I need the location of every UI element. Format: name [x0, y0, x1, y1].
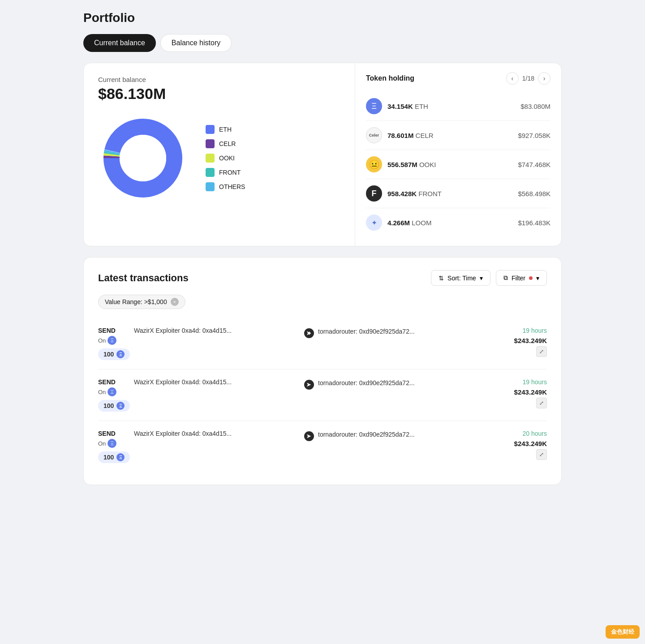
token-panel: Token holding ‹ 1/18 › Ξ 34.154K ETH $83… — [355, 63, 561, 246]
token-row-celr: Celer 78.601M CELR $927.058K — [366, 121, 550, 150]
tx-from-to: WazirX Exploiter 0xa4d: 0xa4d15... — [134, 430, 300, 437]
tab-current-balance[interactable]: Current balance — [83, 34, 156, 52]
tx-from-address: WazirX Exploiter 0xa4d: 0xa4d15... — [134, 378, 232, 386]
tx-controls: ⇅ Sort: Time ▾ ⧉ Filter ▾ — [431, 270, 547, 286]
token-value-ooki: $747.468K — [518, 161, 550, 168]
transactions-panel: Latest transactions ⇅ Sort: Time ▾ ⧉ Fil… — [83, 257, 562, 485]
tx-time: 19 hours — [484, 327, 547, 334]
token-value-loom: $196.483K — [518, 219, 550, 227]
tx-list: SEND On Ξ 100 Ξ WazirX Exploiter 0xa4d: … — [98, 318, 547, 472]
prev-page-button[interactable]: ‹ — [506, 72, 519, 85]
balance-value: $86.130M — [98, 85, 340, 103]
next-page-button[interactable]: › — [538, 72, 550, 85]
token-amount-celr: 78.601M CELR — [387, 132, 518, 139]
chart-legend: ETH CELR OOKI FRONT OTHERS — [206, 125, 245, 191]
sort-icon: ⇅ — [439, 275, 444, 282]
transactions-title: Latest transactions — [98, 272, 189, 284]
legend-dot-others — [206, 182, 215, 191]
tx-amount-badge: 100 Ξ — [98, 451, 130, 463]
page-info: 1/18 — [522, 75, 534, 82]
legend-dot-eth — [206, 125, 215, 134]
token-icon-eth: Ξ — [366, 98, 382, 114]
token-row-ooki: 😐 556.587M OOKI $747.468K — [366, 150, 550, 179]
token-icon-celr: Celer — [366, 127, 382, 143]
eth-amount-icon: Ξ — [116, 402, 125, 410]
filter-active-dot — [529, 276, 533, 280]
svg-text:➤: ➤ — [306, 330, 311, 336]
tx-on: On Ξ — [98, 439, 134, 448]
external-link-button[interactable]: ⤢ — [536, 398, 547, 408]
balance-panel: Current balance $86.130M — [84, 63, 355, 246]
svg-text:➤: ➤ — [306, 433, 311, 439]
chart-area: ETH CELR OOKI FRONT OTHERS — [98, 113, 340, 203]
filter-button[interactable]: ⧉ Filter ▾ — [496, 270, 547, 286]
tx-type-label: SEND — [98, 327, 134, 334]
token-row-front: F 958.428K FRONT $568.498K — [366, 179, 550, 208]
balance-label: Current balance — [98, 76, 340, 83]
filter-label: Filter — [512, 275, 525, 282]
external-link-button[interactable]: ⤢ — [536, 449, 547, 460]
svg-point-5 — [120, 135, 166, 181]
tx-type-col: SEND On Ξ 100 Ξ — [98, 430, 134, 463]
tx-to-address: tornadorouter: 0xd90e2f925da72... — [318, 430, 484, 438]
tx-from-to: WazirX Exploiter 0xa4d: 0xa4d15... — [134, 327, 300, 334]
token-amount-front: 958.428K FRONT — [387, 190, 518, 197]
filter-chip[interactable]: Value Range: >$1,000 × — [98, 295, 185, 309]
sort-label: Sort: Time — [447, 275, 476, 282]
filter-chip-label: Value Range: >$1,000 — [105, 298, 167, 305]
tx-on-label: On — [98, 440, 106, 447]
tx-type-label: SEND — [98, 378, 134, 386]
tx-to-address: tornadorouter: 0xd90e2f925da72... — [318, 327, 484, 335]
tx-amount-badge: 100 Ξ — [98, 348, 130, 360]
svg-text:➤: ➤ — [306, 382, 311, 388]
tx-row: SEND On Ξ 100 Ξ WazirX Exploiter 0xa4d: … — [98, 318, 547, 369]
eth-chain-icon: Ξ — [108, 439, 116, 448]
sort-chevron-icon: ▾ — [480, 275, 483, 282]
legend-dot-ooki — [206, 154, 215, 163]
legend-others: OTHERS — [206, 182, 245, 191]
arrow-right-icon: ➤ — [304, 379, 314, 390]
page-title: Portfolio — [83, 11, 562, 25]
token-panel-title: Token holding — [366, 74, 414, 82]
tx-on: On Ξ — [98, 336, 134, 345]
tx-type-col: SEND On Ξ 100 Ξ — [98, 378, 134, 412]
token-amount-loom: 4.266M LOOM — [387, 219, 518, 227]
main-panel-row: Current balance $86.130M — [83, 63, 562, 246]
eth-amount-icon: Ξ — [116, 350, 125, 358]
tx-time: 20 hours — [484, 430, 547, 437]
token-value-celr: $927.058K — [518, 132, 550, 139]
token-row-loom: ✦ 4.266M LOOM $196.483K — [366, 208, 550, 237]
tx-on-label: On — [98, 337, 106, 344]
eth-chain-icon: Ξ — [108, 387, 116, 396]
tx-on: On Ξ — [98, 387, 134, 396]
eth-amount-icon: Ξ — [116, 453, 125, 461]
legend-front: FRONT — [206, 168, 245, 177]
donut-chart — [98, 113, 188, 203]
filter-chevron-icon: ▾ — [536, 275, 539, 282]
sort-button[interactable]: ⇅ Sort: Time ▾ — [431, 270, 490, 286]
arrow-right-icon: ➤ — [304, 328, 314, 339]
tab-balance-history[interactable]: Balance history — [160, 34, 232, 52]
tx-meta: 19 hours $243.249K ⤢ — [484, 327, 547, 357]
token-amount-ooki: 556.587M OOKI — [387, 161, 518, 168]
legend-dot-front — [206, 168, 215, 177]
tx-row: SEND On Ξ 100 Ξ WazirX Exploiter 0xa4d: … — [98, 369, 547, 421]
token-amount-eth: 34.154K ETH — [387, 103, 520, 110]
token-icon-ooki: 😐 — [366, 156, 382, 172]
pagination: ‹ 1/18 › — [506, 72, 550, 85]
token-icon-front: F — [366, 185, 382, 202]
legend-celr: CELR — [206, 139, 245, 148]
chip-close-icon[interactable]: × — [171, 298, 179, 306]
tx-from-address: WazirX Exploiter 0xa4d: 0xa4d15... — [134, 430, 232, 437]
tx-value: $243.249K — [484, 440, 547, 447]
token-row-eth: Ξ 34.154K ETH $83.080M — [366, 92, 550, 121]
external-link-button[interactable]: ⤢ — [536, 346, 547, 357]
tx-from-row: WazirX Exploiter 0xa4d: 0xa4d15... — [134, 378, 300, 386]
tx-meta: 20 hours $243.249K ⤢ — [484, 430, 547, 460]
tx-value: $243.249K — [484, 337, 547, 344]
tx-header: Latest transactions ⇅ Sort: Time ▾ ⧉ Fil… — [98, 270, 547, 286]
token-value-eth: $83.080M — [520, 103, 550, 110]
tab-bar: Current balance Balance history — [83, 34, 562, 52]
tx-from-row: WazirX Exploiter 0xa4d: 0xa4d15... — [134, 430, 300, 437]
tx-from-to: WazirX Exploiter 0xa4d: 0xa4d15... — [134, 378, 300, 386]
